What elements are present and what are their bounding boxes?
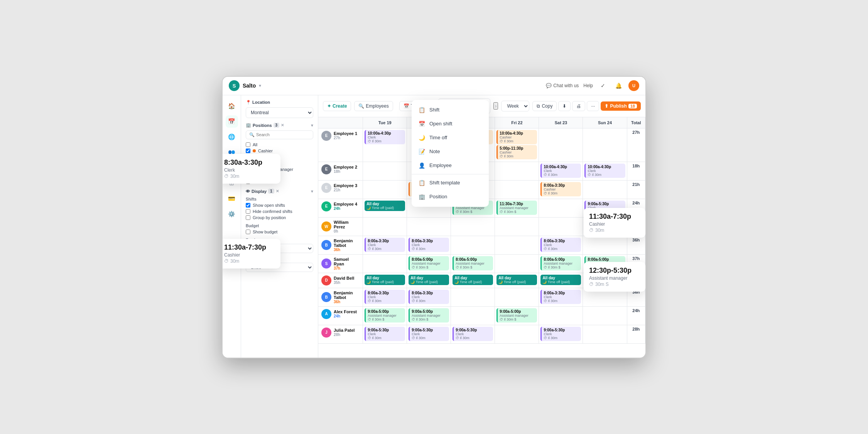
- shift-cell-thu[interactable]: [451, 306, 495, 325]
- menu-item-open-shift[interactable]: 📅 Open shift: [412, 117, 489, 131]
- shift-cell-tue[interactable]: 9:00a-5:30p Clerk ⏱Il 30m: [363, 325, 407, 343]
- shift-card[interactable]: All day 🌙 Time off (paid): [365, 201, 405, 211]
- shift-cell-tue[interactable]: 8:00a-3:30p Clerk ⏱Il 30m: [363, 236, 407, 254]
- check-icon-btn[interactable]: ✓: [598, 80, 608, 91]
- shift-card[interactable]: 8:00a-5:00p Assistant manager ⏱Il 30m $: [453, 256, 493, 270]
- week-selector[interactable]: Week: [501, 101, 529, 111]
- shift-card[interactable]: All day 🌙 Time off (paid): [540, 275, 581, 285]
- create-button[interactable]: ✦ Create: [323, 101, 351, 111]
- shift-cell-wed[interactable]: All day 🌙 Time off (paid): [407, 273, 451, 288]
- shift-cell-tue[interactable]: 9:00a-5:00p Assistant manager ⏱Il 30m $: [363, 306, 407, 325]
- shift-cell-thu[interactable]: 8:00a-5:00p Assistant manager ⏱Il 30m $: [451, 254, 495, 273]
- group-by-position[interactable]: Group by position: [246, 215, 313, 220]
- shift-cell-tue[interactable]: All day 🌙 Time off (paid): [363, 273, 407, 288]
- shift-cell-thu[interactable]: [451, 217, 495, 236]
- shift-cell-sat[interactable]: All day 🌙 Time off (paid): [539, 273, 583, 288]
- shift-cell-fri[interactable]: [495, 217, 539, 236]
- shift-card[interactable]: 9:00a-5:30p Clerk ⏱Il 30m: [453, 327, 493, 341]
- copy-button[interactable]: ⧉ Copy: [532, 101, 557, 111]
- show-budget-checkbox[interactable]: [246, 230, 250, 234]
- print-button[interactable]: 🖨: [572, 101, 585, 111]
- position-all[interactable]: All: [246, 142, 313, 147]
- shift-cell-sat[interactable]: 8:00a-3:30p Cashier ⏱Il 30m: [539, 180, 583, 199]
- shift-card[interactable]: 9:00a-5:00p Assistant manager ⏱Il 30m $: [409, 308, 449, 323]
- shift-cell-sat[interactable]: [539, 199, 583, 217]
- shift-card[interactable]: All day 🌙 Time off (paid): [453, 275, 493, 285]
- nav-card[interactable]: 💳: [226, 193, 238, 205]
- location-select[interactable]: Montreal: [246, 107, 313, 118]
- shift-cell-sat[interactable]: 8:00a-3:30p Clerk ⏱Il 30m: [539, 236, 583, 254]
- shift-cell-sun[interactable]: [583, 128, 627, 162]
- shift-card[interactable]: 8:00a-3:30p Clerk ⏱Il 30m: [409, 290, 449, 304]
- chat-button[interactable]: 💬 Chat with us: [546, 83, 579, 88]
- shift-card[interactable]: 10:00a-4:30p Cashier ⏱Il 30m: [496, 130, 537, 144]
- shift-card[interactable]: All day 🌙 Time off (paid): [409, 275, 449, 285]
- shift-cell-fri[interactable]: [495, 288, 539, 306]
- shift-cell-wed[interactable]: [407, 217, 451, 236]
- shift-cell-sat[interactable]: [539, 306, 583, 325]
- shift-card[interactable]: 8:00a-3:30p Clerk ⏱Il 30m: [540, 238, 581, 252]
- shift-card[interactable]: 9:00a-5:00p Assistant manager ⏱Il 30m $: [365, 308, 405, 323]
- shift-cell-sat[interactable]: 10:00a-4:30p Clerk ⏱Il 30m: [539, 162, 583, 180]
- shift-card[interactable]: 5:00p-11:30p Cashier ⏱Il 30m: [496, 145, 537, 159]
- position-cashier[interactable]: Cashier: [246, 149, 313, 153]
- shift-cell-wed[interactable]: 8:00a-3:30p Clerk ⏱Il 30m: [407, 236, 451, 254]
- shift-card[interactable]: 9:00a-5:30p Clerk ⏱Il 30m: [365, 327, 405, 341]
- shift-cell-thu[interactable]: 9:00a-5:30p Clerk ⏱Il 30m: [451, 325, 495, 343]
- shift-cell-sat[interactable]: 8:00a-5:00p Assistant manager ⏱Il 30m $: [539, 254, 583, 273]
- bell-icon-btn[interactable]: 🔔: [613, 80, 624, 91]
- shift-cell-fri[interactable]: 9:00a-5:00p Assistant manager ⏱Il 30m $: [495, 306, 539, 325]
- shift-cell-sat[interactable]: 9:00a-5:30p Clerk ⏱Il 30m: [539, 325, 583, 343]
- shift-cell-tue[interactable]: [363, 217, 407, 236]
- show-open-shifts[interactable]: Show open shifts: [246, 203, 313, 208]
- shift-cell-thu[interactable]: [451, 288, 495, 306]
- group-by-position-checkbox[interactable]: [246, 215, 250, 220]
- nav-globe[interactable]: 🌐: [226, 131, 238, 143]
- menu-item-position[interactable]: 🏢 Position: [412, 190, 489, 204]
- shift-cell-fri[interactable]: 11:30a-7:30p Assistant manager ⏱Il 30m $: [495, 199, 539, 217]
- shift-card[interactable]: 10:00a-4:30p Clerk ⏱Il 30m: [584, 164, 625, 178]
- menu-item-time-off[interactable]: 🌙 Time off: [412, 131, 489, 145]
- shift-card[interactable]: 8:00a-5:00p Assistant manager ⏱Il 30m $: [540, 256, 581, 270]
- shift-cell-sun[interactable]: 10:00a-4:30p Clerk ⏱Il 30m: [583, 162, 627, 180]
- shift-card[interactable]: 10:00a-4:30p Clerk ⏱Il 30m: [540, 164, 581, 178]
- shift-card[interactable]: 8:00a-3:30p Clerk ⏱Il 30m: [540, 290, 581, 304]
- shift-cell-fri[interactable]: [495, 180, 539, 199]
- shift-cell-sat[interactable]: 8:00a-3:30p Clerk ⏱Il 30m: [539, 288, 583, 306]
- positions-collapse[interactable]: ▾: [311, 123, 313, 128]
- shift-card[interactable]: 9:00a-5:00p Assistant manager ⏱Il 30m $: [496, 308, 537, 323]
- shift-cell-wed[interactable]: 9:00a-5:00p Assistant manager ⏱Il 30m $: [407, 306, 451, 325]
- shift-cell-wed[interactable]: 9:00a-5:30p Clerk ⏱Il 30m: [407, 325, 451, 343]
- shift-cell-sat[interactable]: [539, 128, 583, 162]
- shift-card[interactable]: 8:00a-3:30p Cashier ⏱Il 30m: [540, 182, 581, 196]
- brand-dropdown[interactable]: ▾: [259, 83, 261, 88]
- nav-home[interactable]: 🏠: [226, 100, 238, 112]
- position-all-checkbox[interactable]: [246, 142, 250, 147]
- shift-cell-wed[interactable]: 8:00a-5:00p Assistant manager ⏱Il 30m $: [407, 254, 451, 273]
- shift-card[interactable]: 8:00a-3:30p Clerk ⏱Il 30m: [365, 290, 405, 304]
- show-open-shifts-checkbox[interactable]: [246, 203, 250, 208]
- menu-item-employee[interactable]: 👤 Employee: [412, 159, 489, 172]
- shift-cell-fri[interactable]: [495, 325, 539, 343]
- shift-cell-tue[interactable]: 8:00a-3:30p Clerk ⏱Il 30m: [363, 288, 407, 306]
- shift-cell-tue[interactable]: [363, 162, 407, 180]
- shift-cell-tue[interactable]: [363, 254, 407, 273]
- publish-button[interactable]: ⬆ Publish 18: [601, 101, 641, 111]
- nav-settings[interactable]: ⚙️: [226, 208, 238, 220]
- shift-card[interactable]: 8:00a-3:30p Clerk ⏱Il 30m: [365, 238, 405, 252]
- position-cashier-checkbox[interactable]: [246, 149, 250, 153]
- menu-item-note[interactable]: 📝 Note: [412, 145, 489, 159]
- shift-cell-sun[interactable]: [583, 180, 627, 199]
- shift-cell-tue[interactable]: [363, 180, 407, 199]
- shift-card[interactable]: 8:00a-5:00p Assistant manager ⏱Il 30m $: [409, 256, 449, 270]
- shift-card[interactable]: 9:00a-5:30p Clerk ⏱Il 30m: [540, 327, 581, 341]
- download-button[interactable]: ⬇: [558, 101, 571, 111]
- hide-confirmed-checkbox[interactable]: [246, 209, 250, 214]
- shift-card[interactable]: All day 🌙 Time off (paid): [496, 275, 537, 285]
- shift-cell-fri[interactable]: [495, 162, 539, 180]
- shift-cell-tue[interactable]: All day 🌙 Time off (paid): [363, 199, 407, 217]
- shift-card[interactable]: 9:00a-5:30p Clerk ⏱Il 30m: [409, 327, 449, 341]
- shift-card[interactable]: All day 🌙 Time off (paid): [365, 275, 405, 285]
- shift-cell-thu[interactable]: All day 🌙 Time off (paid): [451, 273, 495, 288]
- shift-cell-fri[interactable]: All day 🌙 Time off (paid): [495, 273, 539, 288]
